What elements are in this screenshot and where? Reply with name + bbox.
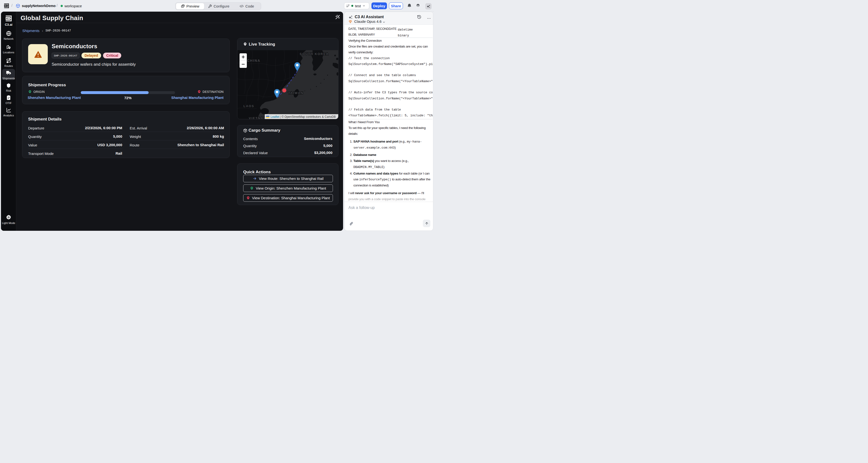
svg-text:VIETNAM: VIETNAM xyxy=(249,116,267,119)
svg-text:SOUTH KOREA: SOUTH KOREA xyxy=(300,52,329,56)
svg-text:CHINA: CHINA xyxy=(247,59,260,63)
svg-text:LAOS: LAOS xyxy=(243,104,254,108)
svg-text:TAIWAN: TAIWAN xyxy=(288,91,304,95)
